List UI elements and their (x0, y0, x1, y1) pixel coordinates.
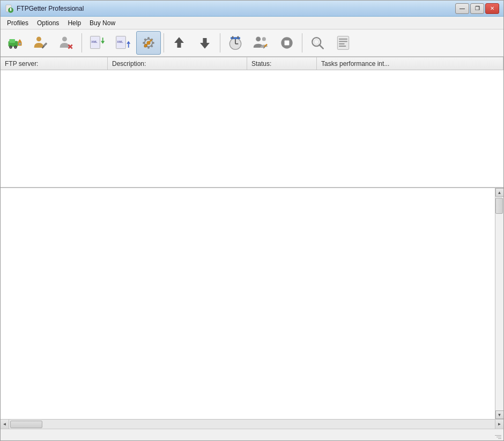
vertical-scrollbar: ▲ ▼ (495, 188, 503, 419)
settings-icon (140, 34, 157, 51)
log-area-container: ▲ ▼ ◄ ► (1, 188, 503, 429)
download-button[interactable] (192, 31, 217, 55)
hscroll-thumb[interactable] (10, 421, 42, 428)
svg-point-7 (10, 47, 12, 48)
main-window: FTPGetter Professional — ❐ ✕ Profiles Op… (0, 0, 504, 441)
separator-4 (302, 33, 302, 53)
svg-rect-45 (232, 36, 234, 39)
resize-grip (494, 431, 501, 439)
separator-3 (220, 33, 220, 53)
svg-rect-59 (339, 43, 345, 44)
find-button[interactable] (305, 31, 330, 55)
svg-rect-32 (152, 42, 154, 44)
profiles-table (1, 70, 503, 188)
svg-point-13 (36, 36, 41, 41)
upload-button[interactable] (167, 31, 191, 55)
svg-line-54 (320, 45, 323, 49)
scroll-down-button[interactable]: ▼ (495, 410, 504, 419)
log-area-inner: ▲ ▼ (1, 188, 503, 419)
upload-icon (171, 34, 188, 51)
export-xml-button[interactable]: XML (110, 31, 135, 55)
svg-rect-58 (339, 41, 347, 42)
log-icon (335, 34, 352, 51)
separator-2 (164, 33, 164, 53)
svg-text:XML: XML (91, 40, 98, 43)
svg-text:XML: XML (117, 40, 123, 43)
column-header-row: FTP server: Description: Status: Tasks p… (1, 57, 503, 70)
svg-rect-29 (147, 37, 150, 39)
download-icon (196, 34, 213, 51)
hscroll-track (9, 420, 495, 429)
svg-marker-40 (200, 38, 210, 49)
svg-rect-12 (19, 43, 21, 45)
status-bar (1, 429, 503, 440)
menu-options[interactable]: Options (33, 18, 63, 28)
scroll-thumb-v[interactable] (495, 198, 503, 214)
connections-button[interactable] (249, 31, 273, 55)
minimize-button[interactable]: — (455, 3, 469, 14)
close-button[interactable]: ✕ (485, 3, 499, 14)
scheduler-icon (227, 34, 244, 51)
scroll-up-button[interactable]: ▲ (495, 188, 504, 197)
export-xml-icon: XML (114, 34, 131, 51)
window-title: FTPGetter Professional (17, 5, 84, 12)
toolbar: XML XML (1, 29, 503, 57)
separator-1 (81, 33, 82, 53)
scheduler-button[interactable] (223, 31, 248, 55)
col-description: Description: (108, 57, 247, 70)
connections-icon (253, 34, 270, 51)
svg-rect-22 (102, 38, 103, 41)
svg-rect-60 (339, 46, 346, 47)
hscroll-right-button[interactable]: ► (495, 420, 503, 429)
title-bar: FTPGetter Professional — ❐ ✕ (1, 1, 503, 17)
delete-profile-icon (58, 34, 75, 51)
svg-rect-46 (238, 36, 239, 39)
svg-marker-25 (127, 41, 130, 43)
svg-rect-31 (143, 42, 145, 44)
find-icon (309, 34, 326, 51)
menu-profiles[interactable]: Profiles (3, 18, 33, 28)
svg-rect-5 (9, 39, 15, 43)
edit-profile-icon (32, 34, 49, 51)
svg-rect-52 (285, 41, 290, 46)
svg-rect-30 (147, 47, 150, 49)
title-bar-buttons: — ❐ ✕ (455, 3, 499, 14)
menu-bar: Profiles Options Help Buy Now (1, 17, 503, 29)
menu-help[interactable]: Help (63, 18, 85, 28)
svg-point-55 (314, 40, 319, 44)
settings-button[interactable] (136, 31, 161, 55)
import-xml-button[interactable]: XML (85, 31, 109, 55)
horizontal-scrollbar: ◄ ► (1, 419, 503, 429)
stop-button[interactable] (275, 31, 299, 55)
hscroll-left-button[interactable]: ◄ (1, 420, 9, 429)
svg-point-38 (144, 44, 147, 47)
new-profile-icon (6, 34, 24, 51)
svg-rect-3 (10, 8, 11, 10)
svg-rect-26 (128, 44, 129, 48)
svg-rect-57 (339, 39, 347, 40)
log-text-area (1, 188, 495, 419)
edit-profile-button[interactable] (28, 31, 53, 55)
svg-rect-44 (231, 37, 240, 39)
svg-marker-39 (174, 37, 184, 48)
title-bar-left: FTPGetter Professional (5, 4, 84, 13)
svg-point-48 (262, 37, 266, 41)
svg-point-16 (62, 36, 67, 41)
maximize-button[interactable]: ❐ (470, 3, 484, 14)
col-ftp-server: FTP server: (1, 57, 108, 70)
app-icon (5, 4, 13, 13)
new-profile-button[interactable] (3, 31, 27, 55)
scroll-track-v (495, 197, 503, 410)
svg-marker-11 (18, 39, 21, 42)
stop-icon (278, 34, 295, 51)
col-tasks-perf: Tasks performance int... (317, 57, 503, 70)
delete-profile-button[interactable] (54, 31, 79, 55)
svg-rect-56 (337, 36, 349, 50)
svg-point-9 (15, 47, 17, 48)
log-button[interactable] (331, 31, 355, 55)
import-xml-icon: XML (88, 34, 106, 51)
menu-buynow[interactable]: Buy Now (85, 18, 120, 28)
svg-point-47 (256, 36, 261, 41)
col-status: Status: (247, 57, 317, 70)
